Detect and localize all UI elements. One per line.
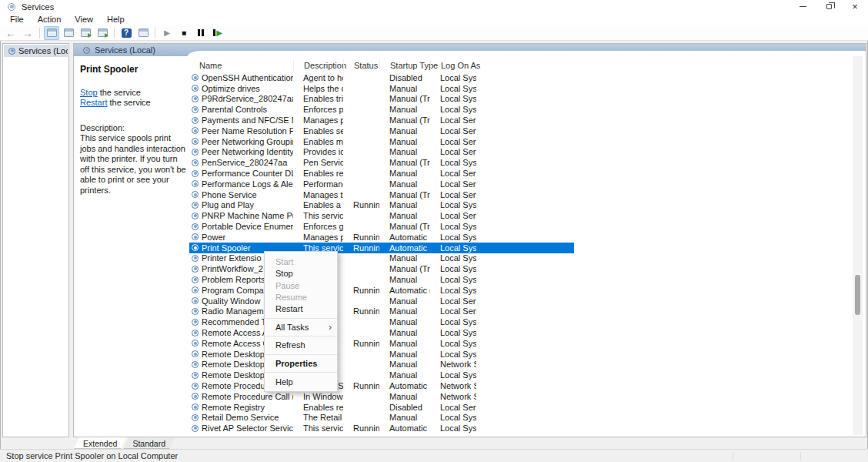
table-row[interactable]: Phone Service Manages th... Manual (Trig…: [189, 189, 574, 200]
table-row[interactable]: Quality Window Manual Local Service: [189, 296, 574, 306]
refresh-toolbar-button[interactable]: [78, 26, 93, 40]
table-row[interactable]: Print Spooler This service ... Running A…: [189, 243, 574, 253]
menu-entry[interactable]: Help: [100, 14, 132, 25]
close-button[interactable]: ×: [842, 0, 868, 13]
context-menu-item[interactable]: Properties: [265, 358, 337, 373]
table-row[interactable]: Radio Managem Running Manual Local Servi…: [189, 306, 574, 317]
table-row[interactable]: Peer Networking Grouping Enables mul... …: [189, 136, 574, 147]
table-row[interactable]: PrintWorkflow_2 Manual (Trigg... Local S…: [189, 263, 574, 274]
service-startup-type: Manual: [379, 169, 430, 178]
service-gear-icon: [192, 393, 199, 400]
table-row[interactable]: Performance Counter DLL H... Enables rem…: [189, 168, 574, 179]
service-startup-type: Manual: [379, 339, 430, 348]
pause-service-button[interactable]: [193, 26, 209, 40]
table-row[interactable]: Remote Desktop Manual Local System: [189, 370, 574, 380]
table-row[interactable]: Remote Access C Running Manual Local Sys…: [189, 338, 574, 349]
table-row[interactable]: Rivet AP Selector Service This service .…: [189, 423, 574, 434]
forward-button[interactable]: →: [20, 26, 35, 40]
vertical-scrollbar[interactable]: [853, 56, 863, 435]
restart-service-link[interactable]: Restart: [80, 98, 107, 107]
table-row[interactable]: Remote Desktop Manual Local System: [189, 349, 574, 360]
services-node-icon: [8, 48, 15, 55]
service-description: Enables rem...: [293, 403, 343, 412]
status-text: Stop service Print Spooler on Local Comp…: [6, 451, 178, 460]
service-gear-icon: [192, 330, 199, 336]
table-row[interactable]: Remote Procedure Call (RPC) The RPCSS s.…: [189, 380, 574, 391]
column-header-name[interactable]: Name: [189, 59, 293, 71]
table-row[interactable]: Recommended T Manual Local System: [189, 316, 574, 327]
help-toolbar-button[interactable]: ?: [119, 26, 134, 40]
service-description: Pen Service: [293, 158, 343, 167]
table-row[interactable]: Remote Registry Enables rem... Disabled …: [189, 402, 574, 413]
view-tab[interactable]: Extended: [74, 437, 126, 449]
table-row[interactable]: OpenSSH Authentication Ag... Agent to ho…: [189, 72, 574, 83]
service-logon-as: Local System: [430, 253, 476, 263]
show-action-pane-button[interactable]: [135, 26, 151, 40]
table-row[interactable]: Parental Controls Enforces par... Manual…: [189, 104, 574, 115]
restore-button[interactable]: [816, 0, 842, 13]
column-header-log-on-as[interactable]: Log On As: [430, 59, 476, 71]
menu-entry[interactable]: Action: [31, 14, 68, 25]
service-logon-as: Local Service: [430, 403, 476, 412]
table-row[interactable]: Optimize drives Helps the co... Manual L…: [189, 83, 574, 94]
table-row[interactable]: P9RdrService_280247aa Enables trig... Ma…: [189, 94, 574, 105]
service-gear-icon: [192, 255, 199, 262]
show-console-tree-button[interactable]: [44, 26, 59, 40]
column-header-startup-type[interactable]: Startup Type: [379, 59, 430, 71]
table-row[interactable]: Retail Demo Service The Retail D... Manu…: [189, 413, 574, 424]
context-menu-item-label: All Tasks: [275, 323, 329, 332]
stop-service-link[interactable]: Stop: [80, 88, 98, 97]
forward-icon: →: [22, 28, 33, 38]
service-name: P9RdrService_280247aa: [202, 94, 293, 103]
table-row[interactable]: Portable Device Enumerator ... Enforces …: [189, 221, 574, 232]
context-menu-item[interactable]: Stop: [265, 268, 337, 280]
scrollbar-thumb[interactable]: [855, 275, 860, 315]
back-button[interactable]: ←: [3, 26, 18, 40]
service-name: Remote Access A: [202, 328, 268, 337]
table-row[interactable]: Program Compa Running Automatic (De... L…: [189, 285, 574, 296]
context-menu-item[interactable]: All Tasks ›: [265, 322, 337, 337]
description-text: This service spools print jobs and handl…: [80, 133, 188, 196]
pause-service-icon: [198, 29, 204, 36]
view-tab[interactable]: Standard: [123, 437, 175, 449]
tree-item-services-local[interactable]: Services (Local): [4, 45, 68, 57]
table-row[interactable]: PNRP Machine Name Public... This service…: [189, 210, 574, 221]
export-list-button[interactable]: [95, 26, 110, 40]
service-description: Enforces par...: [293, 105, 343, 114]
context-menu-item[interactable]: Help: [265, 376, 337, 388]
service-logon-as: Local Service: [430, 211, 476, 220]
properties-toolbar-button[interactable]: [61, 26, 76, 40]
minimize-button[interactable]: [790, 0, 816, 13]
service-name: Phone Service: [202, 190, 257, 199]
service-name: Printer Extensio: [202, 253, 262, 263]
service-description: Enforces gro...: [293, 222, 343, 231]
column-header-status[interactable]: Status: [343, 59, 379, 71]
service-startup-type: Disabled: [379, 403, 430, 412]
service-status: Running: [343, 424, 379, 433]
table-row[interactable]: Plug and Play Enables a co... Running Ma…: [189, 200, 574, 211]
service-logon-as: Network Se...: [430, 381, 476, 390]
table-row[interactable]: Remote Procedure Call (RPC)... In Window…: [189, 391, 574, 402]
table-row[interactable]: Problem Reports Manual Local System: [189, 274, 574, 285]
column-header-description[interactable]: Description: [293, 59, 343, 71]
table-row[interactable]: Peer Networking Identity M... Provides i…: [189, 147, 574, 158]
table-row[interactable]: Power Manages po... Running Automatic Lo…: [189, 232, 574, 243]
service-startup-type: Manual: [379, 105, 430, 114]
table-row[interactable]: PenService_280247aa Pen Service Manual (…: [189, 157, 574, 168]
table-row[interactable]: Printer Extensio Manual Local System: [189, 253, 574, 264]
stop-service-button[interactable]: ■: [176, 26, 192, 40]
restart-service-button[interactable]: ▶: [210, 26, 225, 40]
service-startup-type: Manual: [379, 360, 430, 369]
menu-entry[interactable]: View: [68, 14, 100, 25]
table-row[interactable]: Remote Desktop Manual Network Se...: [189, 360, 574, 370]
table-row[interactable]: Remote Access A Manual Local System: [189, 327, 574, 338]
table-row[interactable]: Peer Name Resolution Proto... Enables se…: [189, 126, 574, 136]
menu-bar: File Action View Help: [0, 13, 868, 25]
table-row[interactable]: Payments and NFC/SE Mana... Manages pa..…: [189, 115, 574, 126]
start-service-button[interactable]: ▶: [159, 26, 175, 40]
service-gear-icon: [192, 297, 199, 304]
table-row[interactable]: Performance Logs & Alerts Performance...…: [189, 179, 574, 189]
menu-entry[interactable]: File: [3, 14, 31, 25]
context-menu-item[interactable]: Refresh: [265, 340, 337, 355]
context-menu-item[interactable]: Restart: [265, 303, 337, 319]
